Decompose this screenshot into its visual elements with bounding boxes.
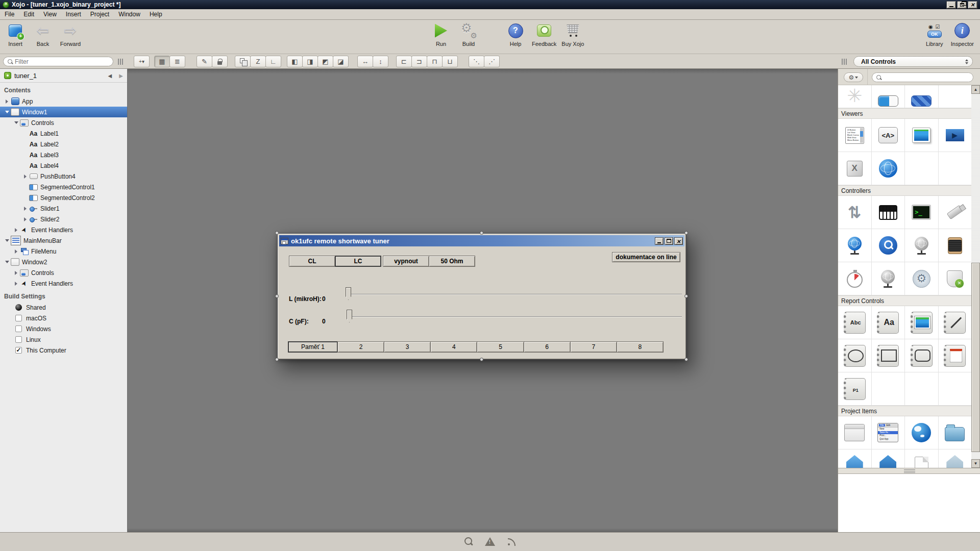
disclosure-closed-icon[interactable] bbox=[21, 217, 29, 221]
order-forward-button[interactable]: ◨ bbox=[302, 56, 318, 67]
selection-handle[interactable] bbox=[480, 231, 483, 235]
toolbar-forward-button[interactable]: Forward bbox=[59, 22, 82, 47]
disclosure-open-icon[interactable] bbox=[3, 239, 11, 242]
menu-edit[interactable]: Edit bbox=[19, 9, 39, 19]
menu-insert[interactable]: Insert bbox=[61, 9, 86, 19]
align-top-button[interactable]: ⊓ bbox=[427, 56, 443, 67]
tree-item-segmentedcontrol1[interactable]: SegmentedControl1 bbox=[0, 182, 127, 192]
designed-maximize-button[interactable] bbox=[665, 237, 673, 245]
library-item-web-page-item[interactable] bbox=[905, 416, 939, 449]
library-item-tcp-socket[interactable] bbox=[838, 229, 872, 262]
library-item-report-date[interactable]: 31 bbox=[939, 339, 972, 372]
menu-help[interactable]: Help bbox=[145, 9, 167, 19]
filter-input[interactable] bbox=[15, 58, 109, 65]
designed-close-button[interactable] bbox=[674, 237, 683, 245]
library-search-box[interactable] bbox=[872, 72, 973, 82]
library-item-window-item[interactable] bbox=[838, 416, 872, 449]
memory-button-3[interactable]: 3 bbox=[384, 341, 431, 353]
checkbox-checked-icon[interactable] bbox=[15, 347, 22, 354]
selection-handle[interactable] bbox=[684, 294, 688, 298]
library-item-movie-player[interactable]: ▶ bbox=[939, 119, 972, 152]
designed-window-titlebar[interactable]: ok1ufc remote shortwave tuner bbox=[279, 235, 684, 246]
designed-window[interactable]: ok1ufc remote shortwave tuner CLLC vypno… bbox=[277, 233, 687, 360]
scrollbar-thumb[interactable] bbox=[971, 263, 980, 452]
measure-ruler-button[interactable]: ∟ bbox=[265, 56, 281, 67]
align-left-button[interactable]: ⊏ bbox=[396, 56, 412, 67]
selection-handle[interactable] bbox=[275, 358, 279, 361]
build-target-windows[interactable]: Windows bbox=[0, 323, 127, 334]
library-item-report-round-rect[interactable] bbox=[905, 339, 939, 372]
tree-item-slider1[interactable]: Slider1 bbox=[0, 203, 127, 214]
memory-button-1[interactable]: Paměť 1 bbox=[288, 341, 338, 353]
tree-item-app[interactable]: App bbox=[0, 96, 127, 107]
library-item-report-picture[interactable] bbox=[905, 306, 939, 339]
duplicate-button[interactable] bbox=[235, 56, 251, 67]
library-settings-button[interactable] bbox=[844, 72, 863, 82]
library-item-indeterminate-progress[interactable] bbox=[905, 85, 939, 108]
library-grip-icon[interactable] bbox=[842, 59, 847, 65]
history-back-icon[interactable]: ◀ bbox=[108, 73, 112, 79]
memory-button-8[interactable]: 8 bbox=[617, 341, 664, 353]
tree-item-pushbutton4[interactable]: PushButton4 bbox=[0, 171, 127, 182]
library-filter-dropdown[interactable]: All Controls bbox=[853, 56, 973, 67]
lock-button[interactable] bbox=[212, 56, 228, 67]
slider2-thumb[interactable] bbox=[347, 310, 352, 322]
toolbar-run-button[interactable]: Run bbox=[430, 22, 452, 47]
checkbox-icon[interactable] bbox=[15, 315, 22, 321]
stagger-down-button[interactable]: ⋱ bbox=[469, 56, 484, 67]
memory-button-5[interactable]: 5 bbox=[477, 341, 524, 353]
slider2-track[interactable] bbox=[347, 316, 682, 317]
library-item-report-page-number[interactable]: P1 bbox=[838, 372, 872, 406]
documentation-button[interactable]: dokumentace on line bbox=[612, 252, 680, 262]
segment-lc[interactable]: LC bbox=[335, 256, 381, 267]
search-icon[interactable] bbox=[463, 536, 474, 547]
selection-handle[interactable] bbox=[275, 294, 279, 298]
memory-button-2[interactable]: 2 bbox=[337, 341, 384, 353]
library-item-report-rectangle[interactable] bbox=[872, 339, 905, 372]
menu-project[interactable]: Project bbox=[86, 9, 114, 19]
toolbar-buy-xojo-button[interactable]: Buy Xojo bbox=[561, 22, 584, 47]
library-item-sync-arrows[interactable]: ⇅ bbox=[838, 196, 872, 229]
shared-icon[interactable] bbox=[15, 304, 22, 311]
disclosure-closed-icon[interactable] bbox=[12, 249, 20, 254]
toolbar-insert-button[interactable]: Insert bbox=[4, 22, 27, 47]
library-item-menu-bar-item[interactable]: FileEditNewSave As...Print...Quit App bbox=[872, 416, 905, 449]
segment-50-ohm[interactable]: 50 Ohm bbox=[429, 256, 475, 267]
tree-item-filemenu[interactable]: FileMenu bbox=[0, 246, 127, 257]
library-item-system-gear[interactable]: ⚙ bbox=[905, 262, 939, 295]
selection-handle[interactable] bbox=[684, 358, 688, 361]
tree-item-window1[interactable]: Window1 bbox=[0, 107, 127, 117]
scroll-down-icon[interactable]: ▼ bbox=[971, 459, 980, 468]
segment-vypnout[interactable]: vypnout bbox=[383, 256, 429, 267]
library-item-report-oval[interactable] bbox=[838, 339, 872, 372]
edit-pencil-button[interactable]: ✎ bbox=[197, 56, 212, 67]
library-item-udp-socket[interactable] bbox=[905, 229, 939, 262]
tab-order-button[interactable]: Z bbox=[250, 56, 266, 67]
design-canvas[interactable]: ok1ufc remote shortwave tuner CLLC vypno… bbox=[128, 69, 838, 532]
tree-item-window2[interactable]: Window2 bbox=[0, 257, 127, 267]
library-item-thread-spool[interactable] bbox=[939, 229, 972, 262]
stagger-up-button[interactable]: ⋰ bbox=[484, 56, 500, 67]
library-splitter[interactable] bbox=[838, 468, 980, 474]
library-search-input[interactable] bbox=[884, 74, 969, 81]
library-item-report-field[interactable]: Abc bbox=[838, 306, 872, 339]
scroll-up-icon[interactable]: ▲ bbox=[971, 85, 980, 94]
feed-icon[interactable] bbox=[506, 536, 517, 547]
filter-box[interactable] bbox=[3, 57, 113, 66]
library-item-xojo-script[interactable] bbox=[939, 262, 972, 295]
tree-item-label3[interactable]: AaLabel3 bbox=[0, 149, 127, 160]
designed-minimize-button[interactable] bbox=[655, 237, 664, 245]
checkbox-icon[interactable] bbox=[15, 325, 22, 332]
library-item-plugin-cube[interactable]: X bbox=[838, 152, 872, 185]
selection-handle[interactable] bbox=[684, 231, 688, 235]
build-target-macos[interactable]: macOS bbox=[0, 313, 127, 323]
order-backward-button[interactable]: ◪ bbox=[333, 56, 349, 67]
menu-window[interactable]: Window bbox=[114, 9, 145, 19]
tree-item-label1[interactable]: AaLabel1 bbox=[0, 128, 127, 139]
library-item-report-label[interactable]: Aa bbox=[872, 306, 905, 339]
memory-button-7[interactable]: 7 bbox=[570, 341, 617, 353]
build-target-shared[interactable]: Shared bbox=[0, 302, 127, 313]
memory-button-4[interactable]: 4 bbox=[430, 341, 477, 353]
library-item-report-line[interactable] bbox=[939, 306, 972, 339]
tree-item-segmentedcontrol2[interactable]: SegmentedControl2 bbox=[0, 192, 127, 203]
